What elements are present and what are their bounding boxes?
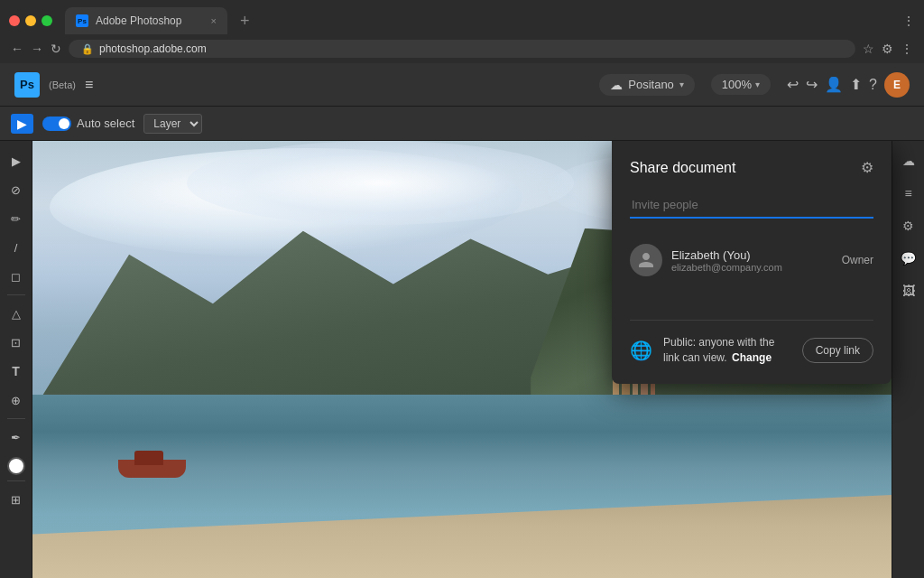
zoom-value: 100% <box>722 78 752 91</box>
layers-panel-btn[interactable]: ☁ <box>896 148 921 173</box>
lasso-tool-btn[interactable]: ⊘ <box>4 177 29 202</box>
extra-tool-btn[interactable]: ⊞ <box>4 487 29 512</box>
browser-chrome: Ps Adobe Photoshop × + ⋮ ← → ↻ 🔒 photosh… <box>0 0 924 63</box>
back-btn[interactable]: ← <box>11 42 23 56</box>
new-tab-button[interactable]: + <box>235 13 255 29</box>
tool-separator-2 <box>7 418 25 419</box>
adjustments-panel-btn[interactable]: ⚙ <box>896 213 921 238</box>
crop-tool-btn[interactable]: ⊡ <box>4 330 29 355</box>
undo-btn[interactable]: ↩ <box>787 76 799 93</box>
minimize-btn[interactable] <box>25 15 36 26</box>
address-bar: ← → ↻ 🔒 photoshop.adobe.com ☆ ⚙ ⋮ <box>0 34 924 63</box>
browser-menu-btn[interactable]: ⋮ <box>902 14 915 28</box>
zoom-area[interactable]: 100% ▾ <box>711 74 771 95</box>
cloud-name-area[interactable]: ☁ Positano ▾ <box>599 74 695 96</box>
tab-favicon: Ps <box>76 14 88 27</box>
eraser-tool-btn[interactable]: ◻ <box>4 264 29 289</box>
layer-select[interactable]: Layer <box>143 114 202 134</box>
globe-icon: 🌐 <box>630 340 652 361</box>
toggle-knob <box>59 118 69 129</box>
app: Ps (Beta) ≡ ☁ Positano ▾ 100% ▾ ↩ ↪ 👤 ⬆ … <box>0 63 924 578</box>
user-role: Owner <box>842 254 873 266</box>
refresh-btn[interactable]: ↻ <box>51 42 61 56</box>
boat <box>118 460 186 478</box>
avatar[interactable]: E <box>884 72 910 98</box>
active-tab[interactable]: Ps Adobe Photoshop × <box>65 7 227 34</box>
color-swatch-fg[interactable] <box>7 457 25 475</box>
left-toolbar: ▶ ⊘ ✏ / ◻ △ ⊡ T ⊕ ✒ ⊞ <box>0 141 32 578</box>
share-btn[interactable]: 👤 <box>825 76 843 93</box>
share-settings-btn[interactable]: ⚙ <box>861 159 873 176</box>
stamp-tool-btn[interactable]: ⊕ <box>4 387 29 413</box>
forward-btn[interactable]: → <box>31 42 43 56</box>
upload-btn[interactable]: ⬆ <box>850 76 862 93</box>
user-name: Elizabeth (You) <box>671 248 833 262</box>
user-avatar <box>630 244 662 276</box>
hamburger-btn[interactable]: ≡ <box>85 77 93 93</box>
right-sidebar: ☁ ≡ ⚙ 💬 🖼 <box>892 141 924 578</box>
share-header: Share document ⚙ <box>630 159 873 176</box>
help-btn[interactable]: ? <box>869 77 877 93</box>
comments-panel-btn[interactable]: 💬 <box>896 246 921 271</box>
cloud-name: Positano <box>628 78 674 91</box>
close-btn[interactable] <box>9 15 20 26</box>
redo-btn[interactable]: ↪ <box>806 76 818 93</box>
brush-tool-btn[interactable]: ✏ <box>4 206 29 231</box>
main-content: ▶ ⊘ ✏ / ◻ △ ⊡ T ⊕ ✒ ⊞ <box>0 141 924 578</box>
link-description: Public: anyone with the link can view. C… <box>663 335 791 366</box>
ps-logo: Ps <box>14 72 40 98</box>
beta-badge: (Beta) <box>49 79 76 90</box>
pen-tool-btn[interactable]: ✒ <box>4 424 29 450</box>
cloud-chevron-icon: ▾ <box>679 79 684 89</box>
tab-title: Adobe Photoshop <box>96 14 181 27</box>
lock-icon: 🔒 <box>81 43 94 55</box>
history-panel-btn[interactable]: 🖼 <box>896 278 921 303</box>
share-title: Share document <box>630 160 735 176</box>
tab-bar: Ps Adobe Photoshop × + ⋮ <box>0 0 924 34</box>
user-info: Elizabeth (You) elizabeth@company.com <box>671 248 833 273</box>
auto-select-toggle: Auto select <box>42 117 134 131</box>
star-btn[interactable]: ☆ <box>863 42 874 56</box>
tool-separator-3 <box>7 480 25 481</box>
auto-select-label: Auto select <box>77 117 134 130</box>
share-modal: Share document ⚙ Elizabeth (You) elizabe… <box>612 141 892 384</box>
browser-dots-btn[interactable]: ⋮ <box>901 42 913 56</box>
share-footer: 🌐 Public: anyone with the link can view.… <box>630 320 873 366</box>
change-link[interactable]: Change <box>732 351 772 364</box>
tab-close-icon[interactable]: × <box>211 15 217 26</box>
pencil-tool-btn[interactable]: / <box>4 235 29 260</box>
url-bar[interactable]: 🔒 photoshop.adobe.com <box>69 40 855 58</box>
maximize-btn[interactable] <box>42 15 52 26</box>
extensions-btn[interactable]: ⚙ <box>882 42 893 56</box>
zoom-chevron-icon: ▾ <box>755 79 760 89</box>
text-tool-btn[interactable]: T <box>4 359 29 384</box>
user-email: elizabeth@company.com <box>671 262 833 273</box>
topbar-actions: ↩ ↪ 👤 ⬆ ? E <box>787 72 910 98</box>
cloud-icon: ☁ <box>610 78 623 92</box>
copy-link-btn[interactable]: Copy link <box>802 338 873 363</box>
selection-tool-btn[interactable]: ▶ <box>4 148 29 173</box>
toolbar-row: ▶ Auto select Layer <box>0 107 924 141</box>
move-tool-btn[interactable]: ▶ <box>11 114 33 134</box>
shape-tool-btn[interactable]: △ <box>4 301 29 326</box>
user-row: Elizabeth (You) elizabeth@company.com Ow… <box>630 237 873 284</box>
toggle-switch[interactable] <box>42 117 71 131</box>
tool-separator <box>7 294 25 295</box>
window-controls <box>9 15 52 26</box>
invite-input[interactable] <box>630 192 873 219</box>
app-topbar: Ps (Beta) ≡ ☁ Positano ▾ 100% ▾ ↩ ↪ 👤 ⬆ … <box>0 63 924 107</box>
url-text: photoshop.adobe.com <box>99 42 207 55</box>
properties-panel-btn[interactable]: ≡ <box>896 181 921 206</box>
